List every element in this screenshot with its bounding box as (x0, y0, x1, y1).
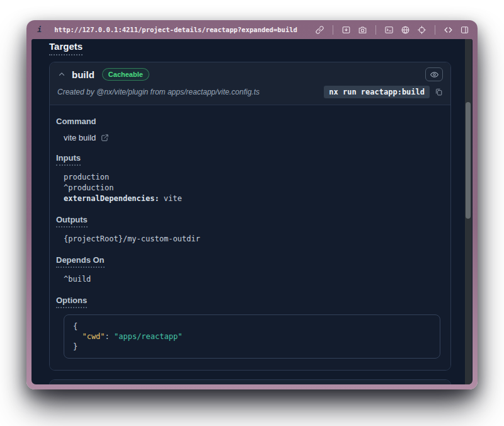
inputs-list: production ^production externalDependenc… (64, 172, 444, 204)
outputs-section: Outputs {projectRoot}/my-custom-outdir (56, 214, 444, 245)
outputs-list: {projectRoot}/my-custom-outdir (64, 234, 444, 245)
save-screenshot-icon[interactable] (341, 25, 351, 35)
created-by-text: Created by @nx/vite/plugin from apps/rea… (57, 88, 260, 96)
browser-titlebar: i http://127.0.0.1:4211/project-details/… (26, 20, 478, 39)
browser-window: i http://127.0.0.1:4211/project-details/… (26, 20, 478, 389)
chevron-up-icon[interactable] (57, 70, 66, 79)
input-item: production (64, 172, 444, 183)
split-panel-icon[interactable] (460, 25, 469, 35)
titlebar-separator (333, 25, 333, 35)
titlebar-separator (375, 25, 376, 35)
options-json-entry: "cwd": "apps/reactapp" (73, 331, 431, 342)
serve-card-header: serve vite serve (50, 380, 450, 384)
options-code-block: { "cwd": "apps/reactapp" } (64, 314, 440, 359)
scrollbar-track[interactable] (465, 39, 472, 384)
build-target-title: build (72, 69, 94, 80)
view-in-graph-button[interactable] (425, 67, 443, 81)
crosshair-icon[interactable] (417, 25, 427, 35)
cacheable-badge: Cacheable (102, 68, 149, 81)
globe-icon[interactable] (401, 25, 410, 35)
external-deps-value: vite (164, 194, 182, 203)
inputs-label: Inputs (56, 153, 81, 166)
options-section: Options { "cwd": "apps/reactapp" } (56, 294, 444, 359)
inputs-section: Inputs production ^production externalDe… (56, 152, 444, 204)
input-item-external-deps: externalDependencies:vite (64, 193, 444, 204)
options-json-open: { (73, 321, 431, 331)
desktop-background: i http://127.0.0.1:4211/project-details/… (0, 0, 504, 426)
run-command-group: nx run reactapp:build (324, 86, 443, 98)
command-label: Command (56, 117, 96, 126)
copy-icon[interactable] (435, 88, 443, 96)
build-subheader-row: Created by @nx/vite/plugin from apps/rea… (57, 84, 443, 100)
link-icon[interactable] (315, 25, 324, 35)
input-item: ^production (64, 183, 444, 193)
code-icon[interactable] (444, 25, 453, 35)
scrollbar-thumb[interactable] (466, 102, 471, 219)
project-details-content: Targets build Cacheable (32, 39, 472, 384)
page-viewport: Targets build Cacheable (32, 39, 472, 384)
camera-icon[interactable] (358, 25, 367, 35)
run-command-chip: nx run reactapp:build (324, 86, 430, 98)
depends-on-item: ^build (64, 274, 444, 285)
target-card-build: build Cacheable Created by @nx/vite/plug… (49, 62, 451, 371)
url-text[interactable]: http://127.0.0.1:4211/project-details/re… (54, 26, 297, 33)
build-card-body: Command vite build Inputs pro (50, 105, 450, 370)
options-label: Options (56, 296, 87, 308)
depends-on-list: ^build (64, 274, 444, 285)
target-card-serve: serve vite serve (49, 379, 451, 384)
targets-heading: Targets (49, 41, 451, 55)
command-row: vite build (64, 133, 444, 142)
terminal-icon[interactable] (384, 25, 394, 35)
targets-heading-text: Targets (49, 41, 83, 55)
json-key-cwd: "cwd" (82, 332, 105, 341)
output-item: {projectRoot}/my-custom-outdir (64, 234, 444, 245)
command-section: Command vite build (56, 115, 444, 142)
titlebar-separator (435, 25, 435, 35)
depends-on-label: Depends On (56, 255, 105, 268)
json-separator: : (105, 332, 114, 341)
titlebar-icons (315, 25, 469, 35)
depends-on-section: Depends On ^build (56, 254, 444, 285)
external-deps-key: externalDependencies: (64, 194, 159, 203)
json-value-cwd: "apps/reactapp" (114, 332, 182, 341)
options-json-close: } (73, 342, 431, 352)
command-value: vite build (64, 133, 96, 142)
info-icon: i (37, 25, 42, 34)
external-link-icon[interactable] (101, 134, 109, 142)
build-header-row[interactable]: build Cacheable (57, 67, 443, 81)
build-card-header: build Cacheable Created by @nx/vite/plug… (50, 62, 450, 105)
outputs-label: Outputs (56, 215, 88, 227)
